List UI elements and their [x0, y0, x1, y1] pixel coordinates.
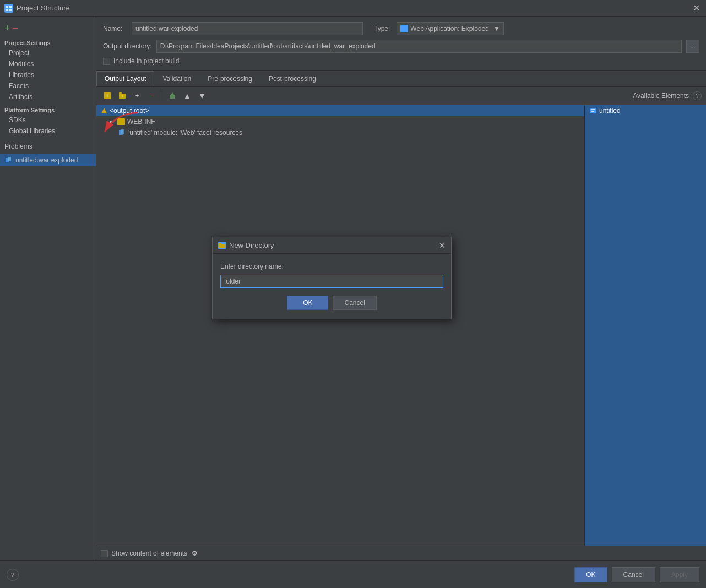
svg-rect-2	[6, 9, 8, 11]
output-dir-row: Output directory: ...	[103, 40, 699, 53]
webinf-label: WEB-INF	[127, 118, 155, 126]
svg-rect-11	[170, 95, 175, 99]
dialog-buttons: OK Cancel	[220, 296, 443, 310]
show-content-settings-icon[interactable]: ⚙	[192, 549, 198, 557]
svg-rect-5	[8, 157, 11, 161]
output-dir-input[interactable]	[156, 40, 682, 53]
sidebar-item-global-libraries[interactable]: Global Libraries	[0, 126, 96, 137]
available-elements-label: Available Elements	[633, 92, 689, 100]
svg-rect-1	[9, 6, 12, 8]
dialog-close-button[interactable]: ✕	[439, 241, 446, 250]
dialog-title-bar: New Directory ✕	[213, 237, 451, 254]
artifact-label: untitled:war exploded	[15, 156, 78, 164]
cancel-button[interactable]: Cancel	[612, 567, 655, 582]
tree-item-module-resource[interactable]: 'untitled' module: 'Web' facet resources	[96, 127, 584, 138]
artifact-icon	[4, 156, 13, 165]
remove-button[interactable]: −	[13, 23, 19, 33]
artifact-header: Name: Type: Web Application: Exploded ▼ …	[96, 17, 706, 71]
include-build-checkbox[interactable]	[103, 58, 110, 65]
bottom-left: ?	[7, 569, 19, 581]
window-title: Project Structure	[17, 4, 70, 12]
show-content-row: Show content of elements ⚙	[96, 546, 706, 560]
title-bar: Project Structure ✕	[0, 0, 706, 17]
svg-rect-3	[9, 9, 12, 11]
show-content-checkbox[interactable]	[101, 550, 108, 557]
sidebar-toolbar: + −	[0, 21, 96, 35]
svg-rect-15	[121, 129, 124, 134]
tab-validation[interactable]: Validation	[154, 71, 199, 86]
artifact-item[interactable]: untitled:war exploded	[0, 154, 96, 166]
resource-icon	[118, 129, 126, 137]
folder-icon	[117, 118, 125, 125]
project-settings-label: Project Settings	[0, 37, 96, 47]
name-label: Name:	[103, 25, 125, 32]
window-close-button[interactable]: ✕	[691, 3, 702, 14]
tree-item-output-root[interactable]: <output root>	[96, 105, 584, 116]
tree-item-webinf[interactable]: ▶ WEB-INF	[96, 116, 584, 127]
svg-rect-21	[219, 243, 221, 244]
module-resource-label: 'untitled' module: 'Web' facet resources	[128, 129, 242, 137]
tab-output-layout[interactable]: Output Layout	[96, 71, 154, 86]
type-label: Type:	[374, 25, 390, 32]
sidebar-item-problems[interactable]: Problems	[0, 141, 96, 152]
platform-settings-label: Platform Settings	[0, 102, 96, 115]
extract-button[interactable]	[166, 89, 179, 102]
module-icon	[589, 107, 597, 115]
svg-marker-12	[171, 92, 174, 95]
expand-arrow: ▶	[110, 119, 115, 125]
bottom-right: OK Cancel Apply	[574, 567, 699, 582]
name-input[interactable]	[132, 22, 363, 35]
svg-marker-13	[101, 108, 107, 113]
help-button[interactable]: ?	[7, 569, 19, 581]
sidebar: + − Project Settings Project Modules Lib…	[0, 17, 96, 560]
bottom-bar: ? OK Cancel Apply	[0, 560, 706, 588]
move-down-button[interactable]: ▼	[195, 89, 209, 102]
new-directory-dialog[interactable]: New Directory ✕ Enter directory name: OK…	[212, 237, 452, 319]
sidebar-item-facets[interactable]: Facets	[0, 80, 96, 91]
help-icon[interactable]: ?	[693, 91, 702, 100]
svg-rect-18	[591, 111, 594, 112]
type-icon	[400, 25, 408, 32]
browse-button[interactable]: ...	[686, 40, 699, 53]
add-copy-button[interactable]: +	[131, 89, 144, 102]
svg-text:+: +	[121, 94, 124, 99]
type-value: Web Application: Exploded	[410, 25, 489, 32]
svg-rect-0	[6, 6, 8, 8]
show-content-label: Show content of elements	[111, 549, 187, 557]
sidebar-item-artifacts[interactable]: Artifacts	[0, 91, 96, 102]
type-select[interactable]: Web Application: Exploded ▼	[397, 22, 503, 35]
dialog-folder-icon	[218, 242, 226, 249]
tree-area: <output root> ▶ WEB-INF 'unti	[96, 105, 706, 546]
available-module-item[interactable]: untitled	[585, 105, 706, 116]
output-root-label: <output root>	[110, 107, 149, 115]
apply-button[interactable]: Apply	[660, 567, 699, 582]
tab-preprocessing[interactable]: Pre-processing	[199, 71, 260, 86]
dialog-title-text: New Directory	[229, 241, 274, 249]
remove-button2[interactable]: −	[145, 89, 159, 102]
dialog-prompt-label: Enter directory name:	[220, 263, 443, 270]
add-button[interactable]: +	[4, 23, 10, 33]
create-dir-button[interactable]: +	[116, 89, 129, 102]
dialog-body: Enter directory name: OK Cancel	[213, 254, 451, 319]
name-row: Name: Type: Web Application: Exploded ▼	[103, 22, 699, 35]
sidebar-item-libraries[interactable]: Libraries	[0, 69, 96, 80]
include-build-row: Include in project build	[103, 57, 699, 65]
available-module-label: untitled	[599, 107, 621, 115]
type-dropdown-arrow[interactable]: ▼	[493, 25, 500, 32]
dialog-ok-button[interactable]: OK	[287, 296, 328, 310]
move-up-button[interactable]: ▲	[181, 89, 194, 102]
sidebar-item-modules[interactable]: Modules	[0, 58, 96, 69]
root-icon	[101, 107, 107, 114]
sidebar-item-project[interactable]: Project	[0, 47, 96, 58]
tabs-bar: Output Layout Validation Pre-processing …	[96, 71, 706, 87]
available-elements-panel: untitled	[585, 105, 706, 546]
dialog-cancel-button[interactable]: Cancel	[333, 296, 376, 310]
layout-toolbar: + + + −	[96, 87, 706, 105]
dialog-title-left: New Directory	[218, 241, 274, 249]
ok-button[interactable]: OK	[574, 567, 607, 582]
dialog-directory-input[interactable]	[220, 275, 443, 288]
add-element-button[interactable]: +	[101, 89, 114, 102]
sidebar-item-sdks[interactable]: SDKs	[0, 115, 96, 126]
tab-postprocessing[interactable]: Post-processing	[260, 71, 324, 86]
include-build-label: Include in project build	[113, 57, 179, 65]
